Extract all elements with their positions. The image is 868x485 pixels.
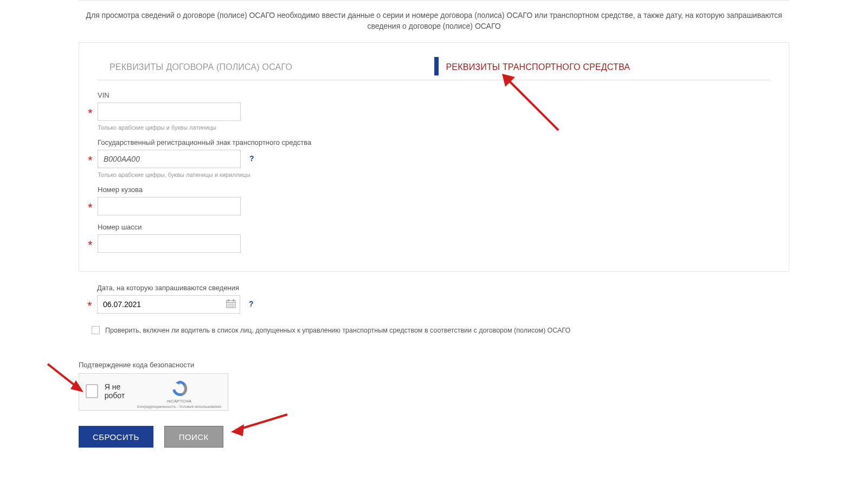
help-icon[interactable]: ? xyxy=(249,299,259,309)
date-input[interactable] xyxy=(97,295,240,314)
field-chassis: Номер шасси * xyxy=(98,223,770,253)
svg-marker-9 xyxy=(175,381,179,385)
calendar-icon[interactable] xyxy=(226,299,236,309)
field-vin: VIN * Только арабские цифры и буквы лати… xyxy=(98,91,770,131)
help-icon[interactable]: ? xyxy=(249,154,259,164)
below-card-area: Дата, на которую запрашиваются сведения … xyxy=(79,284,789,336)
reset-button[interactable]: СБРОСИТЬ xyxy=(79,426,153,448)
field-date: Дата, на которую запрашиваются сведения … xyxy=(97,284,789,314)
recaptcha-widget: Я не робот reCAPTCHA Конфиденциальность … xyxy=(79,373,228,411)
recaptcha-logo-icon xyxy=(137,379,221,398)
field-grz: Государственный регистрационный знак тра… xyxy=(98,138,770,178)
vin-hint: Только арабские цифры и буквы латиницы xyxy=(98,124,770,131)
recaptcha-checkbox[interactable] xyxy=(86,384,98,398)
driver-check-row: Проверить, включен ли водитель в список … xyxy=(89,324,789,336)
intro-text: Для просмотра сведений о договоре (полис… xyxy=(79,10,789,31)
driver-check-checkbox[interactable] xyxy=(92,326,100,334)
chassis-label: Номер шасси xyxy=(98,223,770,231)
date-label: Дата, на которую запрашиваются сведения xyxy=(97,284,789,292)
captcha-section: Подтверждение кода безопасности Я не роб… xyxy=(79,361,789,411)
form-card: РЕКВИЗИТЫ ДОГОВОРА (ПОЛИСА) ОСАГО РЕКВИЗ… xyxy=(79,42,789,272)
top-divider xyxy=(79,0,789,1)
tab-vehicle[interactable]: РЕКВИЗИТЫ ТРАНСПОРТНОГО СРЕДСТВА xyxy=(434,58,771,80)
tabs: РЕКВИЗИТЫ ДОГОВОРА (ПОЛИСА) ОСАГО РЕКВИЗ… xyxy=(98,58,770,80)
body-label: Номер кузова xyxy=(98,186,770,194)
required-star: * xyxy=(88,106,97,120)
tab-policy[interactable]: РЕКВИЗИТЫ ДОГОВОРА (ПОЛИСА) ОСАГО xyxy=(98,58,434,80)
svg-rect-7 xyxy=(228,299,229,302)
grz-hint: Только арабские цифры, буквы латиницы и … xyxy=(98,171,770,178)
body-input[interactable] xyxy=(98,197,241,215)
captcha-title: Подтверждение кода безопасности xyxy=(79,361,789,369)
grz-label: Государственный регистрационный знак тра… xyxy=(98,138,770,146)
button-row: СБРОСИТЬ ПОИСК xyxy=(79,426,789,448)
required-star: * xyxy=(88,201,97,215)
svg-rect-8 xyxy=(233,299,234,302)
recaptcha-brand: reCAPTCHA xyxy=(137,399,221,404)
grz-input[interactable] xyxy=(98,150,241,168)
required-star: * xyxy=(87,299,96,313)
vin-input[interactable] xyxy=(98,103,241,121)
recaptcha-label: Я не робот xyxy=(105,382,137,400)
required-star: * xyxy=(88,154,97,168)
driver-check-label: Проверить, включен ли водитель в список … xyxy=(105,327,570,334)
required-star: * xyxy=(88,238,97,252)
vin-label: VIN xyxy=(98,91,770,99)
svg-line-13 xyxy=(48,364,78,388)
field-body: Номер кузова * xyxy=(98,186,770,215)
recaptcha-privacy[interactable]: Конфиденциальность - Условия использован… xyxy=(137,405,221,409)
chassis-input[interactable] xyxy=(98,234,241,253)
search-button[interactable]: ПОИСК xyxy=(164,426,223,448)
